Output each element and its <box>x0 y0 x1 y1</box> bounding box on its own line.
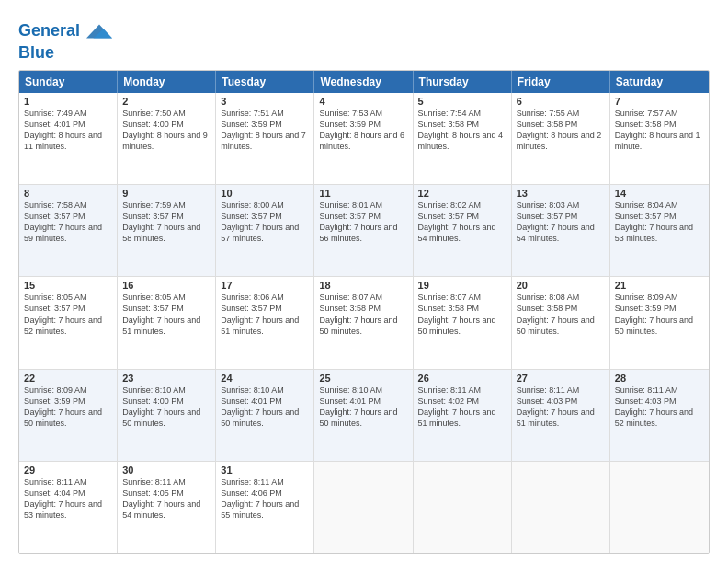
cell-text: Sunrise: 7:49 AM Sunset: 4:01 PM Dayligh… <box>24 108 112 153</box>
day-number: 9 <box>122 188 210 199</box>
calendar-cell: 27Sunrise: 8:11 AM Sunset: 4:03 PM Dayli… <box>512 370 610 461</box>
calendar-cell: 9Sunrise: 7:59 AM Sunset: 3:57 PM Daylig… <box>118 185 216 276</box>
day-number: 29 <box>24 465 112 476</box>
header: General Blue <box>18 15 710 63</box>
calendar-header-cell: Friday <box>512 71 610 93</box>
day-number: 14 <box>615 188 704 199</box>
cell-text: Sunrise: 8:09 AM Sunset: 3:59 PM Dayligh… <box>615 292 704 337</box>
cell-text: Sunrise: 8:10 AM Sunset: 4:01 PM Dayligh… <box>319 385 407 430</box>
calendar-cell: 24Sunrise: 8:10 AM Sunset: 4:01 PM Dayli… <box>216 370 314 461</box>
cell-text: Sunrise: 8:06 AM Sunset: 3:57 PM Dayligh… <box>221 292 309 337</box>
cell-text: Sunrise: 8:04 AM Sunset: 3:57 PM Dayligh… <box>615 200 704 245</box>
cell-text: Sunrise: 8:11 AM Sunset: 4:03 PM Dayligh… <box>517 385 605 430</box>
cell-text: Sunrise: 8:05 AM Sunset: 3:57 PM Dayligh… <box>122 292 210 337</box>
day-number: 16 <box>122 280 210 291</box>
calendar-cell: 5Sunrise: 7:54 AM Sunset: 3:58 PM Daylig… <box>414 93 512 184</box>
day-number: 23 <box>122 373 210 384</box>
cell-text: Sunrise: 7:58 AM Sunset: 3:57 PM Dayligh… <box>24 200 112 245</box>
calendar-cell: 4Sunrise: 7:53 AM Sunset: 3:59 PM Daylig… <box>314 93 413 184</box>
calendar-cell: 13Sunrise: 8:03 AM Sunset: 3:57 PM Dayli… <box>512 185 610 276</box>
day-number: 30 <box>122 465 210 476</box>
logo: General Blue <box>18 18 112 63</box>
day-number: 31 <box>221 465 309 476</box>
day-number: 10 <box>221 188 309 199</box>
calendar-cell: 29Sunrise: 8:11 AM Sunset: 4:04 PM Dayli… <box>19 462 118 553</box>
cell-text: Sunrise: 7:50 AM Sunset: 4:00 PM Dayligh… <box>122 108 210 153</box>
calendar-cell: 26Sunrise: 8:11 AM Sunset: 4:02 PM Dayli… <box>414 370 512 461</box>
day-number: 11 <box>319 188 407 199</box>
cell-text: Sunrise: 8:01 AM Sunset: 3:57 PM Dayligh… <box>319 200 407 245</box>
calendar-cell <box>610 462 709 553</box>
day-number: 1 <box>24 96 112 107</box>
calendar-cell: 7Sunrise: 7:57 AM Sunset: 3:58 PM Daylig… <box>610 93 709 184</box>
cell-text: Sunrise: 8:11 AM Sunset: 4:05 PM Dayligh… <box>122 477 210 522</box>
calendar-cell: 14Sunrise: 8:04 AM Sunset: 3:57 PM Dayli… <box>610 185 709 276</box>
cell-text: Sunrise: 8:11 AM Sunset: 4:03 PM Dayligh… <box>615 385 704 430</box>
page: General Blue SundayMondayTuesdayWednesda… <box>0 0 728 563</box>
calendar-cell: 23Sunrise: 8:10 AM Sunset: 4:00 PM Dayli… <box>118 370 216 461</box>
day-number: 27 <box>517 373 605 384</box>
day-number: 21 <box>615 280 704 291</box>
calendar-cell: 17Sunrise: 8:06 AM Sunset: 3:57 PM Dayli… <box>216 277 314 368</box>
cell-text: Sunrise: 7:51 AM Sunset: 3:59 PM Dayligh… <box>221 108 309 153</box>
calendar-cell: 22Sunrise: 8:09 AM Sunset: 3:59 PM Dayli… <box>19 370 118 461</box>
calendar-cell: 10Sunrise: 8:00 AM Sunset: 3:57 PM Dayli… <box>216 185 314 276</box>
calendar-header-cell: Tuesday <box>216 71 314 93</box>
calendar-cell: 15Sunrise: 8:05 AM Sunset: 3:57 PM Dayli… <box>19 277 118 368</box>
calendar-cell: 12Sunrise: 8:02 AM Sunset: 3:57 PM Dayli… <box>414 185 512 276</box>
day-number: 7 <box>615 96 704 107</box>
cell-text: Sunrise: 8:11 AM Sunset: 4:02 PM Dayligh… <box>418 385 506 430</box>
day-number: 17 <box>221 280 309 291</box>
cell-text: Sunrise: 8:11 AM Sunset: 4:04 PM Dayligh… <box>24 477 112 522</box>
day-number: 4 <box>319 96 407 107</box>
calendar-cell: 20Sunrise: 8:08 AM Sunset: 3:58 PM Dayli… <box>512 277 610 368</box>
cell-text: Sunrise: 8:10 AM Sunset: 4:00 PM Dayligh… <box>122 385 210 430</box>
day-number: 2 <box>122 96 210 107</box>
calendar-cell: 18Sunrise: 8:07 AM Sunset: 3:58 PM Dayli… <box>314 277 413 368</box>
logo-text: General <box>18 18 112 44</box>
calendar-cell: 8Sunrise: 7:58 AM Sunset: 3:57 PM Daylig… <box>19 185 118 276</box>
day-number: 22 <box>24 373 112 384</box>
day-number: 6 <box>517 96 605 107</box>
day-number: 5 <box>418 96 506 107</box>
cell-text: Sunrise: 8:10 AM Sunset: 4:01 PM Dayligh… <box>221 385 309 430</box>
day-number: 3 <box>221 96 309 107</box>
calendar-cell: 21Sunrise: 8:09 AM Sunset: 3:59 PM Dayli… <box>610 277 709 368</box>
cell-text: Sunrise: 8:09 AM Sunset: 3:59 PM Dayligh… <box>24 385 112 430</box>
calendar-cell: 28Sunrise: 8:11 AM Sunset: 4:03 PM Dayli… <box>610 370 709 461</box>
calendar-cell: 3Sunrise: 7:51 AM Sunset: 3:59 PM Daylig… <box>216 93 314 184</box>
calendar-row: 1Sunrise: 7:49 AM Sunset: 4:01 PM Daylig… <box>19 93 709 185</box>
calendar-cell: 30Sunrise: 8:11 AM Sunset: 4:05 PM Dayli… <box>118 462 216 553</box>
cell-text: Sunrise: 8:05 AM Sunset: 3:57 PM Dayligh… <box>24 292 112 337</box>
cell-text: Sunrise: 7:53 AM Sunset: 3:59 PM Dayligh… <box>319 108 407 153</box>
calendar-row: 22Sunrise: 8:09 AM Sunset: 3:59 PM Dayli… <box>19 370 709 462</box>
day-number: 15 <box>24 280 112 291</box>
calendar-cell: 1Sunrise: 7:49 AM Sunset: 4:01 PM Daylig… <box>19 93 118 184</box>
day-number: 28 <box>615 373 704 384</box>
calendar-cell: 2Sunrise: 7:50 AM Sunset: 4:00 PM Daylig… <box>118 93 216 184</box>
calendar-cell <box>314 462 413 553</box>
calendar-cell <box>414 462 512 553</box>
logo-text2: Blue <box>18 44 112 63</box>
calendar-header-cell: Sunday <box>19 71 118 93</box>
cell-text: Sunrise: 7:54 AM Sunset: 3:58 PM Dayligh… <box>418 108 506 153</box>
calendar-row: 29Sunrise: 8:11 AM Sunset: 4:04 PM Dayli… <box>19 462 709 553</box>
calendar-cell <box>512 462 610 553</box>
calendar-cell: 16Sunrise: 8:05 AM Sunset: 3:57 PM Dayli… <box>118 277 216 368</box>
day-number: 8 <box>24 188 112 199</box>
cell-text: Sunrise: 7:55 AM Sunset: 3:58 PM Dayligh… <box>517 108 605 153</box>
calendar-header-cell: Monday <box>118 71 216 93</box>
cell-text: Sunrise: 8:08 AM Sunset: 3:58 PM Dayligh… <box>517 292 605 337</box>
calendar-header-cell: Thursday <box>414 71 512 93</box>
calendar-row: 8Sunrise: 7:58 AM Sunset: 3:57 PM Daylig… <box>19 185 709 277</box>
calendar-header-cell: Saturday <box>610 71 709 93</box>
calendar-cell: 6Sunrise: 7:55 AM Sunset: 3:58 PM Daylig… <box>512 93 610 184</box>
cell-text: Sunrise: 8:07 AM Sunset: 3:58 PM Dayligh… <box>418 292 506 337</box>
calendar-body: 1Sunrise: 7:49 AM Sunset: 4:01 PM Daylig… <box>19 93 709 553</box>
day-number: 18 <box>319 280 407 291</box>
day-number: 12 <box>418 188 506 199</box>
calendar-cell: 19Sunrise: 8:07 AM Sunset: 3:58 PM Dayli… <box>414 277 512 368</box>
cell-text: Sunrise: 8:11 AM Sunset: 4:06 PM Dayligh… <box>221 477 309 522</box>
cell-text: Sunrise: 8:07 AM Sunset: 3:58 PM Dayligh… <box>319 292 407 337</box>
cell-text: Sunrise: 8:03 AM Sunset: 3:57 PM Dayligh… <box>517 200 605 245</box>
